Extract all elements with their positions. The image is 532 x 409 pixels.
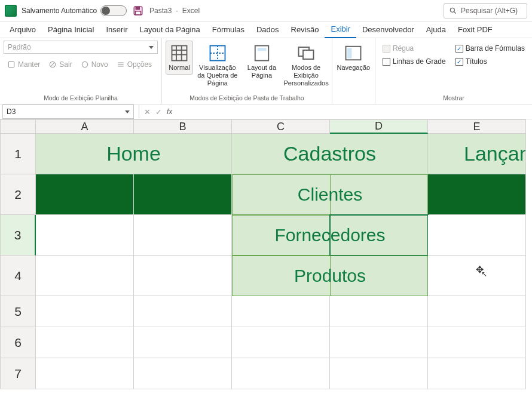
- tab-formulas[interactable]: Fórmulas: [206, 21, 250, 38]
- cell-e6[interactable]: [428, 327, 526, 358]
- cell-b7[interactable]: [134, 358, 232, 389]
- cell-d1-cadastros[interactable]: Cadastros: [330, 134, 428, 174]
- tab-foxit-pdf[interactable]: Foxit PDF: [452, 21, 499, 38]
- cell-e2[interactable]: [428, 174, 526, 215]
- barra-formulas-checkbox[interactable]: Barra de Fórmulas: [455, 43, 525, 54]
- ribbon: Padrão Manter Sair Novo Opções Modo de E…: [0, 38, 532, 104]
- page-layout-icon: [252, 44, 271, 63]
- svg-rect-1: [136, 7, 139, 10]
- tab-exibir[interactable]: Exibir: [325, 21, 356, 38]
- fx-icon[interactable]: fx: [164, 107, 175, 116]
- cell-a3[interactable]: [36, 215, 134, 256]
- cell-e7[interactable]: [428, 358, 526, 389]
- novo-button[interactable]: Novo: [77, 59, 112, 70]
- row-head-1[interactable]: 1: [0, 134, 36, 174]
- col-head-e[interactable]: E: [428, 119, 526, 134]
- window-title: Pasta3 - Excel: [149, 7, 200, 15]
- svg-line-4: [454, 11, 456, 13]
- spreadsheet-grid: A B C D E 1 Home Cadastros Lançamentos 2…: [0, 119, 532, 409]
- col-head-c[interactable]: C: [232, 119, 330, 134]
- cell-b5[interactable]: [134, 296, 232, 327]
- tab-inserir[interactable]: Inserir: [100, 21, 133, 38]
- save-icon[interactable]: [133, 5, 143, 16]
- navegacao-button[interactable]: Navegação: [335, 41, 372, 75]
- titulos-checkbox[interactable]: Títulos: [455, 56, 487, 67]
- ribbon-tabs: Arquivo Página Inicial Inserir Layout da…: [0, 21, 532, 38]
- cell-b4[interactable]: [134, 256, 232, 296]
- tab-pagina-inicial[interactable]: Página Inicial: [42, 21, 100, 38]
- cell-e1-lancamentos[interactable]: Lançamentos: [428, 134, 526, 174]
- custom-views-button[interactable]: Modos de Exibição Personalizados: [284, 41, 328, 91]
- cell-d3-fornecedores[interactable]: Fornecedores: [330, 215, 428, 256]
- linhas-grade-checkbox[interactable]: Linhas de Grade: [383, 56, 446, 67]
- cell-a5[interactable]: [36, 296, 134, 327]
- tab-ajuda[interactable]: Ajuda: [420, 21, 452, 38]
- cell-b2[interactable]: [134, 174, 232, 215]
- page-break-view-button[interactable]: Visualização da Quebra de Página: [195, 41, 240, 91]
- formula-bar: D3 ✕ ✓ fx: [0, 104, 532, 119]
- sheet-view-dropdown[interactable]: Padrão: [4, 41, 158, 54]
- cell-a2[interactable]: [36, 174, 134, 215]
- cell-d7[interactable]: [330, 358, 428, 389]
- tab-desenvolvedor[interactable]: Desenvolvedor: [356, 21, 420, 38]
- normal-view-button[interactable]: Normal: [166, 41, 193, 75]
- opcoes-button[interactable]: Opções: [113, 59, 155, 70]
- row-head-7[interactable]: 7: [0, 358, 36, 389]
- cell-d5[interactable]: [330, 296, 428, 327]
- cell-b3[interactable]: [134, 215, 232, 256]
- grid-icon: [170, 44, 189, 63]
- cell-a7[interactable]: [36, 358, 134, 389]
- cell-e4[interactable]: [428, 256, 526, 296]
- cell-c7[interactable]: [232, 358, 330, 389]
- col-head-d[interactable]: D: [330, 119, 428, 134]
- cell-b1-home[interactable]: Home: [134, 134, 232, 174]
- title-bar: Salvamento Automático Pasta3 - Excel Pes…: [0, 0, 532, 21]
- row-head-3[interactable]: 3: [0, 215, 36, 256]
- cell-a4[interactable]: [36, 256, 134, 296]
- cell-d6[interactable]: [330, 327, 428, 358]
- sair-button[interactable]: Sair: [45, 59, 75, 70]
- svg-rect-5: [8, 61, 14, 67]
- search-box[interactable]: Pesquisar (Alt+G): [444, 3, 527, 19]
- sheet-view-value: Padrão: [8, 43, 31, 51]
- col-head-b[interactable]: B: [134, 119, 232, 134]
- tab-arquivo[interactable]: Arquivo: [4, 21, 42, 38]
- chevron-down-icon: [149, 46, 154, 49]
- row-head-6[interactable]: 6: [0, 327, 36, 358]
- cell-c6[interactable]: [232, 327, 330, 358]
- cell-d2-clientes[interactable]: Clientes: [330, 174, 428, 215]
- autosave-toggle[interactable]: [100, 5, 127, 16]
- svg-rect-12: [172, 46, 187, 61]
- page-layout-view-button[interactable]: Layout da Página: [242, 41, 282, 82]
- group-label-planilha: Modo de Exibição Planilha: [44, 93, 118, 103]
- select-all-corner[interactable]: [0, 119, 36, 134]
- row-head-4[interactable]: 4: [0, 256, 36, 296]
- cell-c5[interactable]: [232, 296, 330, 327]
- cell-e5[interactable]: [428, 296, 526, 327]
- cell-a6[interactable]: [36, 327, 134, 358]
- col-head-a[interactable]: A: [36, 119, 134, 134]
- svg-line-7: [51, 63, 54, 66]
- group-label-mostrar: Mostrar: [443, 93, 464, 103]
- page-break-icon: [208, 44, 227, 63]
- navigation-icon: [344, 44, 363, 63]
- row-head-2[interactable]: 2: [0, 174, 36, 215]
- cancel-formula-icon[interactable]: ✕: [142, 107, 153, 116]
- chevron-down-icon: [125, 110, 130, 113]
- tab-layout-pagina[interactable]: Layout da Página: [134, 21, 206, 38]
- row-head-5[interactable]: 5: [0, 296, 36, 327]
- group-label-pasta: Modos de Exibição de Pasta de Trabalho: [189, 93, 304, 103]
- accept-formula-icon[interactable]: ✓: [153, 107, 164, 116]
- cell-e3[interactable]: [428, 215, 526, 256]
- svg-rect-23: [303, 50, 314, 59]
- formula-input[interactable]: [175, 104, 532, 119]
- cell-b6[interactable]: [134, 327, 232, 358]
- cell-d4-produtos[interactable]: Produtos: [330, 256, 428, 296]
- svg-rect-25: [347, 48, 352, 59]
- svg-rect-21: [257, 48, 266, 51]
- tab-revisao[interactable]: Revisão: [285, 21, 325, 38]
- name-box[interactable]: D3: [2, 104, 134, 119]
- manter-button[interactable]: Manter: [4, 59, 44, 70]
- tab-dados[interactable]: Dados: [250, 21, 285, 38]
- name-box-value: D3: [7, 107, 16, 116]
